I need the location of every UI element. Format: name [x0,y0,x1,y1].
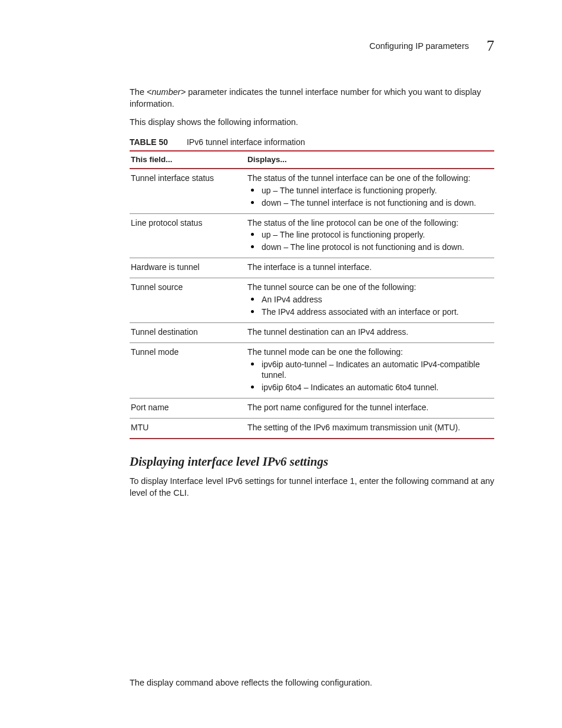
cell-field: MTU [130,419,246,439]
cell-displays: The tunnel source can be one of the foll… [246,278,494,323]
chapter-number: 7 [487,35,494,56]
paragraph-1: The <number> parameter indicates the tun… [130,87,494,110]
table-row: Tunnel modeThe tunnel mode can be one th… [130,342,494,398]
table-row: Line protocol statusThe status of the li… [130,213,494,258]
table-row: Hardware is tunnelThe interface is a tun… [130,258,494,278]
cell-displays: The tunnel mode can be one the following… [246,342,494,398]
cell-intro: The tunnel mode can be one the following… [247,347,490,358]
table-50: This field... Displays... Tunnel interfa… [130,150,494,439]
cell-bullets: ipv6ip auto-tunnel – Indicates an automa… [247,359,490,394]
cell-intro: The interface is a tunnel interface. [247,262,490,273]
table-row: Port nameThe port name configured for th… [130,398,494,419]
cell-field: Tunnel mode [130,342,246,398]
bullet-item: up – The tunnel interface is functioning… [247,185,490,196]
cell-field: Tunnel destination [130,322,246,342]
bullet-item: down – The line protocol is not function… [247,242,490,253]
table-caption: TABLE 50 IPv6 tunnel interface informati… [130,137,494,148]
table-title: IPv6 tunnel interface information [187,137,305,147]
page: Configuring IP parameters 7 The <number>… [0,0,562,728]
table-row: Tunnel destinationThe tunnel destination… [130,322,494,342]
para1-pre: The [130,87,147,97]
bullet-item: ipv6ip 6to4 – Indicates an automatic 6to… [247,382,490,393]
cell-intro: The status of the line protocol can be o… [247,218,490,229]
table-body: Tunnel interface statusThe status of the… [130,169,494,439]
cell-intro: The tunnel source can be one of the foll… [247,282,490,293]
running-header: Configuring IP parameters 7 [130,35,494,56]
bullet-item: ipv6ip auto-tunnel – Indicates an automa… [247,359,490,381]
cell-intro: The port name configured for the tunnel … [247,402,490,413]
param-number: <number> [147,87,186,97]
cell-intro: The setting of the IPv6 maximum transmis… [247,422,490,433]
closing-paragraph: The display command above reflects the f… [130,677,494,689]
cell-field: Line protocol status [130,213,246,258]
table-row: Tunnel interface statusThe status of the… [130,169,494,213]
cell-field: Hardware is tunnel [130,258,246,278]
cell-displays: The status of the tunnel interface can b… [246,169,494,213]
cell-field: Port name [130,398,246,419]
cell-bullets: An IPv4 addressThe IPv4 address associat… [247,294,490,318]
subheading-paragraph: To display Interface level IPv6 settings… [130,476,494,499]
cell-bullets: up – The tunnel interface is functioning… [247,185,490,209]
cell-displays: The interface is a tunnel interface. [246,258,494,278]
bullet-item: up – The line protocol is functioning pr… [247,229,490,241]
cell-displays: The tunnel destination can an IPv4 addre… [246,322,494,342]
bullet-item: An IPv4 address [247,294,490,305]
col-header-displays: Displays... [246,151,494,169]
cell-displays: The setting of the IPv6 maximum transmis… [246,419,494,439]
cell-intro: The tunnel destination can an IPv4 addre… [247,327,490,338]
cell-bullets: up – The line protocol is functioning pr… [247,229,490,253]
table-row: MTUThe setting of the IPv6 maximum trans… [130,419,494,439]
example-output-placeholder [130,506,494,671]
cell-displays: The status of the line protocol can be o… [246,213,494,258]
subheading-display-interface: Displaying interface level IPv6 settings [130,453,494,470]
col-header-field: This field... [130,151,246,169]
cell-field: Tunnel source [130,278,246,323]
cell-intro: The status of the tunnel interface can b… [247,173,490,184]
section-title: Configuring IP parameters [369,41,469,51]
bullet-item: The IPv4 address associated with an inte… [247,307,490,318]
cell-displays: The port name configured for the tunnel … [246,398,494,419]
paragraph-2: This display shows the following informa… [130,117,494,129]
bullet-item: down – The tunnel interface is not funct… [247,197,490,209]
table-row: Tunnel sourceThe tunnel source can be on… [130,278,494,323]
table-label: TABLE 50 [130,137,168,147]
cell-field: Tunnel interface status [130,169,246,213]
